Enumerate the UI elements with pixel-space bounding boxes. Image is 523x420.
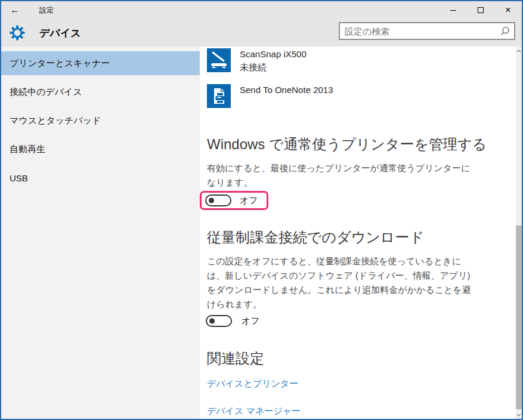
sidebar-item-label: プリンターとスキャナー — [10, 58, 110, 69]
back-button[interactable]: ← — [1, 5, 29, 16]
sidebar-item-mouse-touchpad[interactable]: マウスとタッチパッド — [1, 109, 200, 132]
settings-window: ← 設定 × — [0, 0, 523, 420]
sidebar-item-label: 自動再生 — [10, 144, 45, 155]
device-name: ScanSnap iX500 — [240, 49, 307, 59]
back-arrow-icon: ← — [10, 5, 20, 15]
page-title: デバイス — [39, 26, 81, 40]
search-icon[interactable] — [500, 26, 510, 36]
section-description-default-printer: 有効にすると、最後に使ったプリンターが通常使うプリンターになります。 — [207, 161, 476, 190]
sidebar-item-printers-scanners[interactable]: プリンターとスキャナー — [1, 51, 200, 75]
minimize-button[interactable] — [440, 1, 467, 19]
link-devices-and-printers[interactable]: デバイスとプリンター — [207, 378, 522, 390]
metered-download-toggle[interactable] — [206, 315, 232, 327]
sidebar-item-connected-devices[interactable]: 接続中のデバイス — [1, 80, 200, 104]
section-heading-related: 関連設定 — [207, 350, 522, 368]
chevron-down-icon — [516, 413, 521, 416]
scrollbar-thumb[interactable] — [516, 226, 522, 409]
device-text: ScanSnap iX500 未接続 — [240, 48, 307, 73]
sidebar-item-label: 接続中のデバイス — [10, 87, 82, 98]
metered-toggle-row: オフ — [206, 315, 522, 327]
default-printer-toggle[interactable] — [205, 194, 231, 206]
close-button[interactable]: × — [494, 1, 522, 19]
minimize-icon — [450, 10, 456, 11]
chevron-up-icon — [516, 50, 521, 52]
printer-document-icon — [207, 84, 231, 108]
sidebar-item-label: マウスとタッチパッド — [10, 115, 101, 126]
main-content: ScanSnap iX500 未接続 — [200, 47, 522, 419]
top-header: ← 設定 × — [1, 1, 522, 47]
link-device-manager[interactable]: デバイス マネージャー — [207, 406, 522, 417]
search-input[interactable] — [340, 26, 500, 36]
section-heading-metered: 従量制課金接続でのダウンロード — [207, 228, 522, 246]
toggle-knob — [209, 319, 215, 324]
scrollbar-down-button[interactable] — [516, 410, 522, 419]
vertical-scrollbar[interactable] — [516, 47, 522, 419]
device-name: Send To OneNote 2013 — [240, 85, 333, 95]
device-item-scansnap[interactable]: ScanSnap iX500 未接続 — [207, 48, 522, 73]
annotation-highlight-box: オフ — [200, 191, 268, 210]
maximize-button[interactable] — [467, 1, 494, 19]
maximize-icon — [478, 7, 484, 13]
window-controls: × — [440, 1, 522, 19]
device-status: 未接続 — [240, 62, 307, 73]
device-text: Send To OneNote 2013 — [240, 84, 333, 108]
toggle-state-label: オフ — [242, 316, 260, 327]
sidebar-item-label: USB — [10, 173, 28, 183]
window-title: 設定 — [39, 5, 54, 16]
device-item-onenote[interactable]: Send To OneNote 2013 — [207, 84, 522, 108]
gear-icon — [10, 25, 25, 41]
section-heading-default-printer: Windows で通常使うプリンターを管理する — [207, 135, 522, 153]
toggle-state-label: オフ — [240, 195, 258, 206]
toggle-knob — [209, 198, 214, 203]
scanner-icon — [207, 48, 231, 72]
scrollbar-up-button[interactable] — [516, 47, 522, 55]
sidebar-item-autoplay[interactable]: 自動再生 — [1, 137, 200, 161]
sidebar-item-usb[interactable]: USB — [1, 166, 200, 190]
page-header: デバイス — [1, 19, 522, 47]
section-description-metered: この設定をオフにすると、従量制課金接続を使っているときには、新しいデバイスのソフ… — [207, 254, 476, 311]
sidebar: プリンターとスキャナー 接続中のデバイス マウスとタッチパッド 自動再生 USB — [1, 47, 200, 419]
close-icon: × — [505, 5, 510, 15]
titlebar: ← 設定 × — [1, 1, 522, 19]
settings-search — [339, 22, 515, 40]
body: プリンターとスキャナー 接続中のデバイス マウスとタッチパッド 自動再生 USB — [1, 47, 522, 419]
